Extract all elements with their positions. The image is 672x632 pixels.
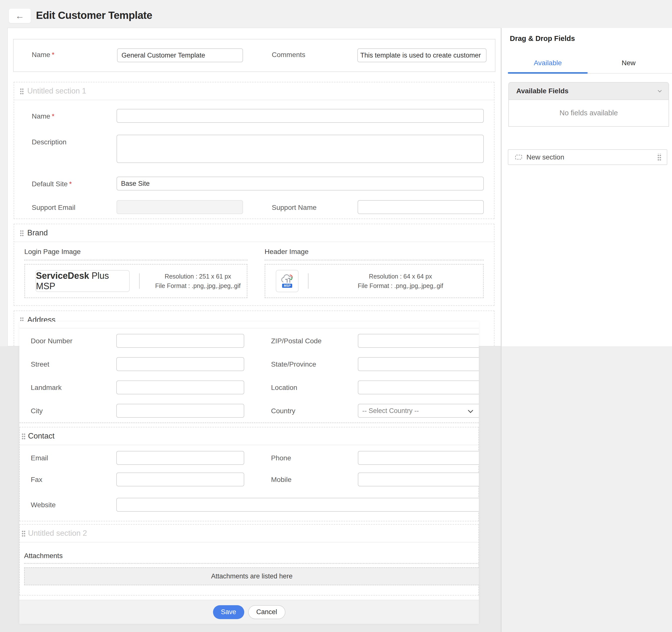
name-label: Name* [32, 112, 54, 120]
street-input[interactable] [116, 357, 244, 371]
country-label: Country [271, 407, 295, 415]
mobile-input[interactable] [358, 472, 479, 486]
phone-label: Phone [271, 454, 291, 462]
city-input[interactable] [116, 404, 244, 418]
drag-handle-icon[interactable] [20, 88, 24, 94]
required-asterisk: * [69, 180, 72, 188]
template-name-label: Name* [32, 51, 54, 59]
description-label: Description [32, 138, 67, 146]
servicedesk-msp-cloud-icon: MSP [280, 273, 295, 289]
sidebar-title: Drag & Drop Fields [510, 34, 575, 43]
fax-label: Fax [31, 476, 42, 484]
email-label: Email [31, 454, 48, 462]
city-label: City [31, 407, 43, 415]
zip-label: ZIP/Postal Code [271, 337, 321, 345]
section-untitled-2: Untitled section 2 Attachments Attachmen… [19, 524, 479, 595]
header-image-label: Header Image [265, 248, 309, 256]
template-header-row: Name* Comments [13, 39, 496, 72]
available-fields-empty-state: No fields available [508, 99, 669, 127]
default-site-input[interactable] [117, 177, 484, 190]
form-lower-panel: Door Number ZIP/Postal Code Street State… [19, 322, 479, 624]
divider [139, 273, 140, 289]
drag-handle-icon[interactable] [657, 154, 661, 161]
drag-handle-icon[interactable] [20, 230, 24, 236]
phone-input[interactable] [358, 451, 479, 465]
active-tab-indicator [508, 72, 588, 74]
landmark-input[interactable] [116, 380, 244, 394]
page-title: Edit Customer Template [36, 9, 152, 21]
available-fields-header[interactable]: Available Fields [508, 82, 669, 100]
svg-text:MSP: MSP [284, 284, 291, 287]
chevron-down-icon [658, 88, 662, 92]
mobile-label: Mobile [271, 476, 291, 484]
divider [19, 328, 479, 328]
login-page-image-label: Login Page Image [24, 248, 80, 256]
template-name-input[interactable] [117, 48, 243, 62]
drag-handle-icon[interactable] [21, 432, 26, 440]
default-site-label: Default Site* [32, 180, 72, 188]
location-input[interactable] [358, 380, 479, 394]
section-contact: Contact Email Phone Fax Mobile Website [19, 427, 479, 521]
background-lower-right [501, 346, 672, 632]
tab-new[interactable]: New [588, 53, 670, 73]
section-title: Brand [27, 229, 48, 237]
comments-input[interactable] [357, 48, 486, 62]
section-title: Untitled section 1 [27, 87, 86, 95]
back-button[interactable]: ← [9, 9, 31, 23]
support-email-input [117, 200, 243, 214]
email-input[interactable] [116, 451, 244, 465]
login-image-dropzone[interactable]: ServiceDesk Plus MSP Resolution : 251 x … [24, 264, 247, 298]
drag-drop-fields-panel: Drag & Drop Fields Available New Availab… [501, 28, 672, 346]
back-arrow-icon: ← [15, 11, 24, 20]
logo-text-bold: ServiceDesk [36, 271, 89, 281]
zip-input[interactable] [358, 334, 479, 348]
login-page-image-preview: ServiceDesk Plus MSP [35, 270, 130, 292]
required-asterisk: * [52, 51, 54, 58]
state-input[interactable] [358, 357, 479, 371]
login-image-specs: Resolution : 251 x 61 px File Format : .… [149, 272, 247, 290]
divider [19, 422, 479, 423]
section-title: Contact [28, 431, 54, 441]
state-label: State/Province [271, 360, 316, 368]
support-name-label: Support Name [272, 204, 317, 212]
cancel-button[interactable]: Cancel [248, 605, 285, 619]
door-number-label: Door Number [31, 337, 72, 345]
form-footer: Save Cancel [19, 600, 479, 624]
attachments-label: Attachments [24, 552, 63, 560]
country-select[interactable]: -- Select Country -- [358, 404, 479, 418]
website-label: Website [31, 501, 56, 509]
tab-available[interactable]: Available [508, 53, 588, 73]
section-brand: Brand Login Page Image ServiceDesk Plus … [14, 224, 495, 306]
description-textarea[interactable] [117, 135, 484, 163]
street-label: Street [31, 360, 49, 368]
drag-handle-icon[interactable] [21, 530, 26, 537]
name-input[interactable] [117, 109, 484, 123]
fax-input[interactable] [116, 472, 244, 486]
website-input[interactable] [116, 498, 479, 512]
save-button[interactable]: Save [213, 605, 244, 619]
header-image-dropzone[interactable]: MSP Resolution : 64 x 64 px File Format … [265, 264, 484, 298]
support-name-input[interactable] [358, 200, 484, 214]
door-number-input[interactable] [116, 334, 244, 348]
divider [308, 273, 309, 289]
divider [24, 563, 478, 564]
template-form-panel: Name* Comments Untitled section 1 Name* … [7, 28, 501, 346]
section-title: Untitled section 2 [28, 529, 87, 538]
attachments-list-placeholder: Attachments are listed here [24, 567, 479, 585]
chevron-down-icon [468, 408, 473, 413]
header-image-preview: MSP [276, 270, 298, 292]
divider [24, 260, 247, 260]
required-asterisk: * [52, 112, 54, 120]
support-email-label: Support Email [32, 204, 75, 212]
new-section-item[interactable]: New section [508, 149, 667, 165]
divider [265, 260, 484, 260]
section-untitled-1: Untitled section 1 Name* Description Def… [14, 82, 495, 219]
header-image-specs: Resolution : 64 x 64 px File Format : .p… [318, 272, 483, 290]
comments-label: Comments [272, 51, 305, 59]
location-label: Location [271, 384, 297, 392]
section-outline-icon [515, 155, 522, 160]
landmark-label: Landmark [31, 384, 62, 392]
